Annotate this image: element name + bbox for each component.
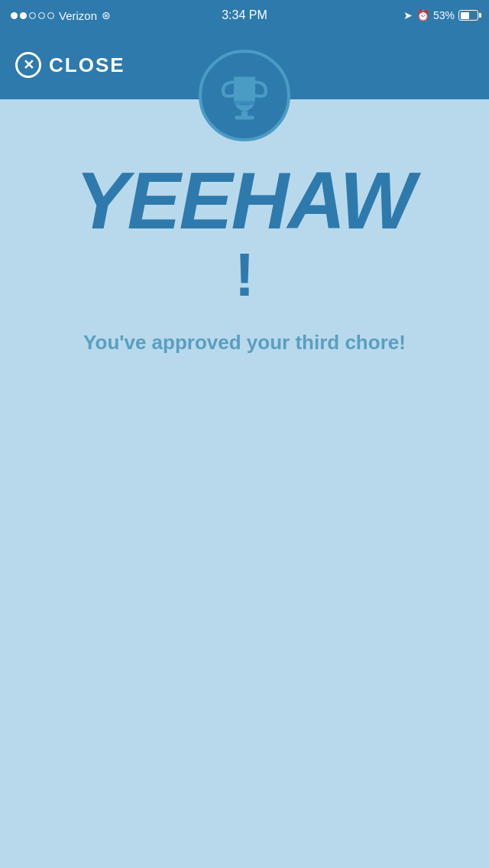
signal-dot-2 [20,12,27,19]
status-left: Verizon ⊛ [11,9,111,22]
signal-dot-3 [29,12,36,19]
battery-percent: 53% [433,9,455,21]
close-button[interactable]: ✕ CLOSE [15,52,125,78]
battery-icon [458,10,478,21]
carrier-name: Verizon [59,9,97,22]
header-bar: ✕ CLOSE ★★★ [0,31,489,99]
signal-dot-4 [38,12,45,19]
status-right: ➤ ⏰ 53% [403,9,478,21]
close-circle-icon: ✕ [15,52,41,78]
close-label: CLOSE [49,53,125,77]
signal-dots [11,12,54,19]
trophy-icon: ★★★ [218,69,271,122]
alarm-icon: ⏰ [416,9,429,21]
svg-rect-1 [235,116,254,120]
signal-dot-5 [47,12,54,19]
location-icon: ➤ [403,9,413,21]
headline-text: YEEHAW [75,160,413,241]
subtitle-text: You've approved your third chore! [37,329,452,356]
trophy-badge: ★★★ [199,50,290,141]
signal-dot-1 [11,12,18,19]
status-time: 3:34 PM [222,8,267,22]
wifi-icon: ⊛ [102,9,111,21]
battery-fill [461,12,469,19]
status-bar: Verizon ⊛ 3:34 PM ➤ ⏰ 53% [0,0,489,31]
svg-text:★★★: ★★★ [240,102,250,106]
exclamation-mark: ! [235,245,255,306]
